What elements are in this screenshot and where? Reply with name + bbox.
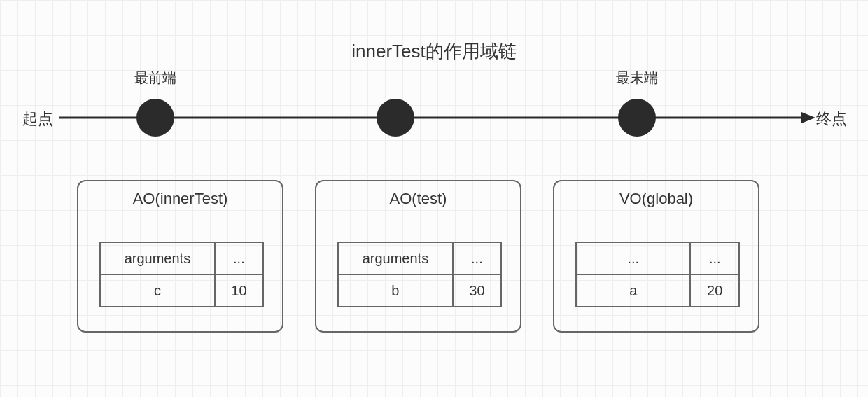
scope-box-innertest: AO(innerTest) arguments ... c 10 [77,180,284,333]
scope-chain-axis [59,84,816,154]
prop-key: arguments [100,242,215,274]
diagram-title: innerTest的作用域链 [0,39,868,64]
start-label: 起点 [22,109,53,130]
prop-key: c [100,274,215,307]
svg-marker-1 [802,112,816,123]
table-row: c 10 [100,274,263,307]
end-label: 终点 [816,109,847,130]
scope-node-2 [377,99,414,137]
table-row: a 20 [576,274,739,307]
prop-val: 10 [215,274,263,307]
scope-properties-table: arguments ... c 10 [99,242,264,307]
prop-val: 30 [453,274,501,307]
scope-box-title: AO(test) [316,190,520,208]
prop-val: ... [690,242,739,274]
scope-box-global: VO(global) ... ... a 20 [553,180,760,333]
scope-box-title: VO(global) [554,190,758,208]
prop-key: a [576,274,690,307]
scope-node-3 [618,99,656,137]
prop-val: ... [215,242,263,274]
prop-key: ... [576,242,690,274]
scope-node-1 [136,99,174,137]
prop-key: b [338,274,453,307]
table-row: ... ... [576,242,739,274]
scope-box-test: AO(test) arguments ... b 30 [315,180,522,333]
scope-properties-table: arguments ... b 30 [337,242,502,307]
prop-val: ... [453,242,501,274]
table-row: b 30 [338,274,501,307]
table-row: arguments ... [100,242,263,274]
scope-properties-table: ... ... a 20 [575,242,740,307]
prop-val: 20 [690,274,739,307]
scope-box-title: AO(innerTest) [78,190,282,208]
table-row: arguments ... [338,242,501,274]
prop-key: arguments [338,242,453,274]
